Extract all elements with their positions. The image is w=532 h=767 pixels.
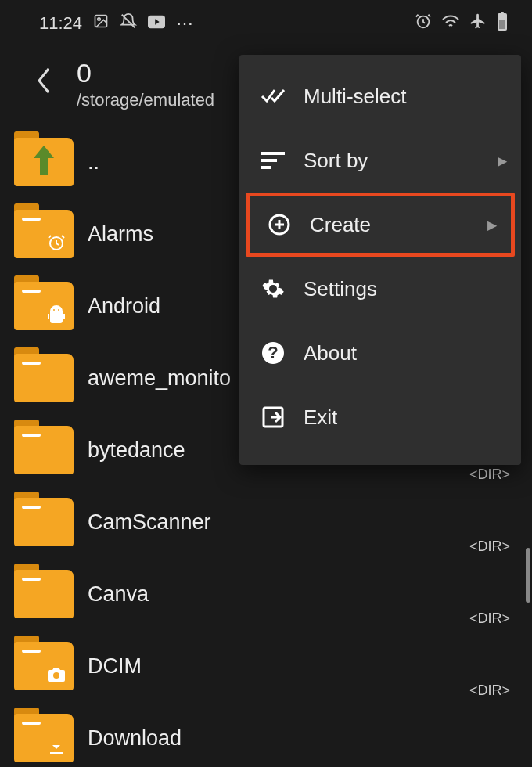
file-row-download[interactable]: Download <box>14 702 518 767</box>
svg-text:?: ? <box>268 343 278 362</box>
dir-tag: <DIR> <box>469 682 510 699</box>
menu-multi-select[interactable]: Multi-select <box>239 64 521 128</box>
folder-icon <box>14 354 74 402</box>
exit-icon <box>260 404 286 430</box>
menu-create[interactable]: Create ▶ <box>246 193 515 257</box>
file-name: aweme_monito <box>88 366 231 391</box>
svg-rect-7 <box>501 12 504 14</box>
file-name: Alarms <box>88 222 153 247</box>
folder-icon <box>14 714 74 762</box>
sort-icon <box>260 147 286 174</box>
folder-icon <box>14 282 74 330</box>
svg-point-10 <box>53 309 55 311</box>
file-row-canva[interactable]: Canva <DIR> <box>14 558 518 630</box>
file-name: bytedance <box>88 438 185 463</box>
svg-rect-8 <box>499 20 505 29</box>
menu-label: Settings <box>304 277 377 301</box>
path-title: 0 <box>77 58 214 88</box>
plus-circle-icon <box>266 211 293 238</box>
svg-point-12 <box>53 672 59 679</box>
youtube-icon <box>148 13 165 34</box>
folder-icon <box>14 642 74 690</box>
menu-sort-by[interactable]: Sort by ▶ <box>239 128 521 193</box>
android-icon <box>45 304 67 326</box>
file-name: CamScanner <box>88 510 211 535</box>
menu-label: About <box>304 341 357 365</box>
gear-icon <box>260 275 286 302</box>
file-row-dcim[interactable]: DCIM <DIR> <box>14 630 518 702</box>
file-name: Download <box>88 726 182 751</box>
file-name: Canva <box>88 582 149 607</box>
svg-point-1 <box>98 18 100 20</box>
gallery-icon <box>93 13 109 34</box>
status-bar: 11:24 ⋯ <box>0 0 532 47</box>
multi-select-icon <box>260 83 286 110</box>
airplane-icon <box>469 13 487 34</box>
menu-settings[interactable]: Settings <box>239 257 521 321</box>
file-row-camscanner[interactable]: CamScanner <DIR> <box>14 486 518 558</box>
status-time: 11:24 <box>39 13 82 34</box>
folder-icon <box>14 210 74 258</box>
chevron-right-icon: ▶ <box>487 218 497 232</box>
chevron-right-icon: ▶ <box>498 153 507 168</box>
svg-rect-15 <box>261 166 271 169</box>
svg-rect-14 <box>261 159 277 162</box>
file-name: DCIM <box>88 654 142 679</box>
camera-icon <box>45 664 67 686</box>
menu-exit[interactable]: Exit <box>239 385 521 449</box>
battery-icon <box>496 12 509 35</box>
dir-tag: <DIR> <box>469 610 510 627</box>
status-dots: ⋯ <box>176 13 195 34</box>
download-icon <box>45 736 67 758</box>
menu-label: Sort by <box>304 149 368 173</box>
file-name: .. <box>88 150 99 175</box>
svg-rect-13 <box>261 152 285 155</box>
alarm-icon <box>415 13 432 34</box>
menu-label: Multi-select <box>304 85 406 109</box>
scrollbar[interactable] <box>526 548 530 603</box>
folder-up-icon <box>14 138 74 186</box>
clock-icon <box>45 232 67 254</box>
wifi-icon <box>441 13 460 34</box>
question-icon: ? <box>260 340 286 366</box>
path-subtitle: /storage/emulated <box>77 90 214 110</box>
menu-about[interactable]: ? About <box>239 321 521 385</box>
folder-icon <box>14 570 74 618</box>
dir-tag: <DIR> <box>469 466 510 483</box>
menu-label: Exit <box>304 405 337 430</box>
folder-icon <box>14 426 74 474</box>
file-name: Android <box>88 294 160 319</box>
folder-icon <box>14 498 74 546</box>
svg-point-11 <box>58 309 59 311</box>
context-menu: Multi-select Sort by ▶ Create ▶ Settings… <box>239 55 521 465</box>
menu-label: Create <box>310 213 371 237</box>
dir-tag: <DIR> <box>469 538 510 555</box>
back-button[interactable] <box>34 66 52 103</box>
mute-icon <box>120 13 137 34</box>
